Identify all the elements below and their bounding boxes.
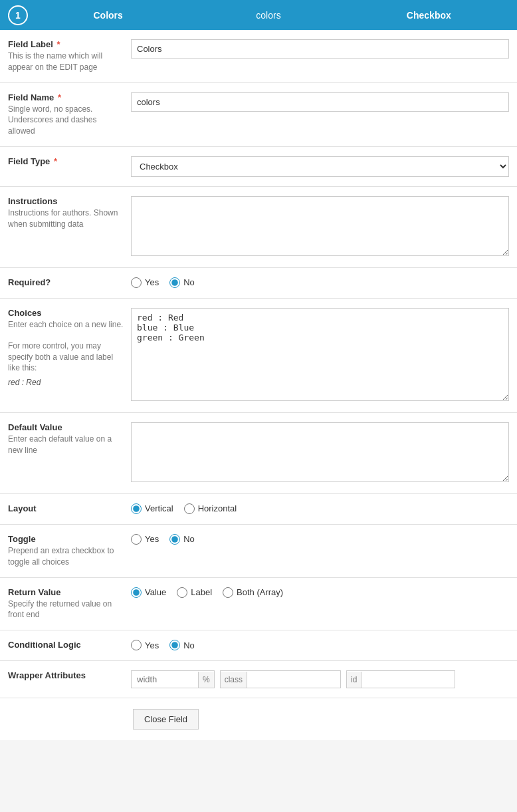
field-type-select[interactable]: Checkbox Text Textarea Select Radio	[131, 156, 509, 177]
field-name-label-col: Field Name * Single word, no spaces. Und…	[8, 92, 131, 137]
layout-vertical-radio[interactable]	[131, 503, 142, 514]
conditional-logic-row: Conditional Logic Yes No	[0, 630, 517, 661]
return-value-title: Return Value	[8, 587, 124, 597]
choices-title: Choices	[8, 308, 124, 318]
class-prefix: class	[221, 672, 247, 688]
field-name-title: Field Name *	[8, 92, 124, 102]
return-value-value-radio[interactable]	[131, 587, 142, 598]
form-content: Field Label * This is the name which wil…	[0, 30, 517, 740]
choices-label-col: Choices Enter each choice on a new line.…	[8, 308, 131, 387]
id-attr-item: id	[346, 670, 455, 688]
class-attr-item: class	[220, 670, 341, 688]
return-value-both-radio[interactable]	[223, 587, 233, 598]
toggle-yes-radio[interactable]	[131, 534, 142, 545]
close-row: Close Field	[0, 698, 517, 740]
layout-horizontal-radio[interactable]	[184, 503, 195, 514]
field-name-input-col	[131, 92, 509, 112]
toggle-radio-group: Yes No	[131, 534, 509, 545]
header: 1 Colors colors Checkbox	[0, 0, 517, 30]
default-value-row: Default Value Enter each default value o…	[0, 413, 517, 494]
conditional-logic-no-label: No	[183, 640, 195, 650]
conditional-logic-yes-label: Yes	[145, 640, 159, 650]
default-value-label-col: Default Value Enter each default value o…	[8, 422, 131, 456]
instructions-textarea[interactable]	[131, 196, 509, 256]
field-name-input[interactable]	[131, 92, 509, 112]
header-col-name: colors	[188, 10, 348, 21]
conditional-logic-no-radio[interactable]	[169, 640, 180, 650]
conditional-logic-yes-radio[interactable]	[131, 640, 142, 650]
required-no-radio[interactable]	[169, 277, 180, 288]
field-type-label-col: Field Type *	[8, 156, 131, 168]
toggle-no-item[interactable]: No	[169, 534, 195, 545]
field-name-row: Field Name * Single word, no spaces. Und…	[0, 83, 517, 147]
instructions-desc: Instructions for authors. Shown when sub…	[8, 207, 124, 230]
header-col-label: Colors	[28, 10, 188, 21]
conditional-logic-no-item[interactable]: No	[169, 640, 195, 650]
conditional-logic-title: Conditional Logic	[8, 640, 124, 650]
return-value-label-item[interactable]: Label	[177, 587, 212, 598]
default-value-title: Default Value	[8, 422, 124, 432]
return-value-label-radio[interactable]	[177, 587, 187, 598]
required-no-item[interactable]: No	[169, 277, 195, 288]
toggle-no-label: No	[183, 534, 195, 544]
header-col-type: Checkbox	[349, 10, 509, 21]
layout-vertical-label: Vertical	[145, 503, 173, 513]
width-suffix: %	[198, 672, 214, 688]
choices-row: Choices Enter each choice on a new line.…	[0, 299, 517, 413]
instructions-title: Instructions	[8, 196, 124, 206]
required-yes-radio[interactable]	[131, 277, 142, 288]
layout-row: Layout Vertical Horizontal	[0, 494, 517, 525]
required-radio-group: Yes No	[131, 277, 509, 288]
layout-vertical-item[interactable]: Vertical	[131, 503, 173, 514]
wrapper-attrs-input-col: % class id	[131, 670, 509, 688]
field-type-title: Field Type *	[8, 156, 124, 166]
choices-desc2: For more control, you may specify both a…	[8, 340, 124, 374]
field-type-row: Field Type * Checkbox Text Textarea Sele…	[0, 147, 517, 187]
required-title: Required?	[8, 277, 124, 287]
step-indicator: 1	[8, 5, 28, 25]
choices-input-col: red : Red blue : Blue green : Green	[131, 308, 509, 403]
toggle-title: Toggle	[8, 534, 124, 544]
return-value-both-item[interactable]: Both (Array)	[223, 587, 283, 598]
return-value-label-label: Label	[191, 587, 212, 597]
default-value-input-col	[131, 422, 509, 484]
instructions-row: Instructions Instructions for authors. S…	[0, 187, 517, 268]
field-type-required-star: *	[51, 156, 57, 166]
default-value-desc: Enter each default value on a new line	[8, 434, 124, 456]
required-no-label: No	[183, 277, 195, 287]
return-value-desc: Specify the returned value on front end	[8, 599, 124, 621]
field-label-title: Field Label *	[8, 39, 124, 49]
field-label-desc: This is the name which will appear on th…	[8, 51, 124, 73]
width-input[interactable]	[132, 671, 198, 688]
class-input[interactable]	[247, 671, 340, 688]
id-input[interactable]	[362, 671, 455, 688]
layout-input-col: Vertical Horizontal	[131, 503, 509, 514]
return-value-value-item[interactable]: Value	[131, 587, 166, 598]
conditional-logic-radio-group: Yes No	[131, 640, 509, 650]
field-label-input[interactable]	[131, 39, 509, 59]
toggle-desc: Prepend an extra checkbox to toggle all …	[8, 545, 124, 568]
field-label-input-col	[131, 39, 509, 59]
layout-label-col: Layout	[8, 503, 131, 515]
id-prefix: id	[347, 672, 362, 688]
choices-textarea[interactable]: red : Red blue : Blue green : Green	[131, 308, 509, 401]
toggle-yes-item[interactable]: Yes	[131, 534, 159, 545]
toggle-row: Toggle Prepend an extra checkbox to togg…	[0, 525, 517, 578]
field-label-label-col: Field Label * This is the name which wil…	[8, 39, 131, 73]
layout-horizontal-item[interactable]: Horizontal	[184, 503, 237, 514]
close-field-button[interactable]: Close Field	[133, 709, 199, 730]
conditional-logic-yes-item[interactable]: Yes	[131, 640, 159, 650]
wrapper-attrs-group: % class id	[131, 670, 509, 688]
conditional-logic-input-col: Yes No	[131, 640, 509, 650]
wrapper-attrs-label-col: Wrapper Attributes	[8, 670, 131, 682]
required-input-col: Yes No	[131, 277, 509, 288]
layout-radio-group: Vertical Horizontal	[131, 503, 509, 514]
toggle-no-radio[interactable]	[169, 534, 180, 545]
layout-title: Layout	[8, 503, 124, 513]
required-yes-item[interactable]: Yes	[131, 277, 159, 288]
choices-example: red : Red	[8, 378, 124, 387]
default-value-textarea[interactable]	[131, 422, 509, 482]
field-name-desc: Single word, no spaces. Underscores and …	[8, 104, 124, 137]
return-value-value-label: Value	[145, 587, 166, 597]
field-label-required-star: *	[54, 39, 60, 49]
